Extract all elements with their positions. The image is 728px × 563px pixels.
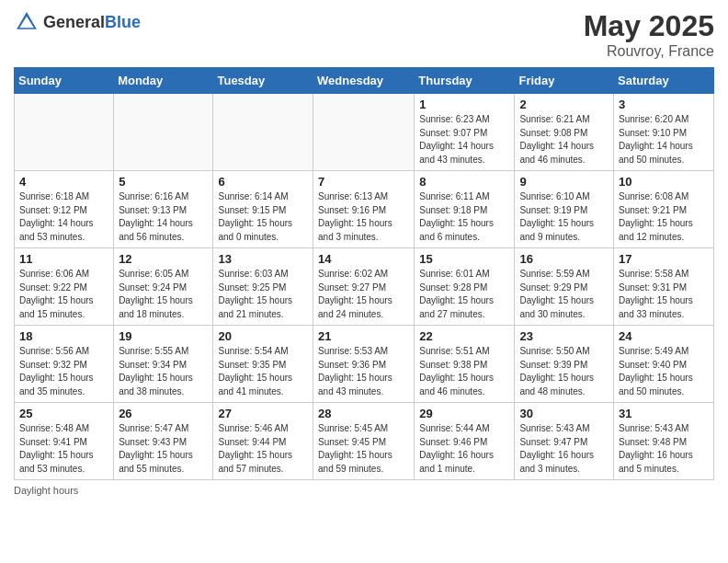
day-cell: 10Sunrise: 6:08 AMSunset: 9:21 PMDayligh… [614, 171, 714, 248]
day-number: 6 [218, 175, 308, 189]
day-info: Sunrise: 5:49 AMSunset: 9:40 PMDaylight:… [619, 345, 709, 398]
day-cell: 22Sunrise: 5:51 AMSunset: 9:38 PMDayligh… [415, 326, 515, 403]
day-number: 4 [19, 175, 108, 189]
day-number: 30 [519, 407, 609, 420]
day-info: Sunrise: 5:43 AMSunset: 9:48 PMDaylight:… [619, 422, 709, 476]
day-number: 21 [318, 329, 409, 343]
week-row-3: 11Sunrise: 6:06 AMSunset: 9:22 PMDayligh… [15, 248, 714, 326]
day-info: Sunrise: 5:53 AMSunset: 9:36 PMDaylight:… [318, 345, 409, 398]
day-cell [15, 94, 114, 171]
day-number: 3 [619, 98, 709, 111]
day-cell: 1Sunrise: 6:23 AMSunset: 9:07 PMDaylight… [415, 94, 515, 171]
calendar-body: 1Sunrise: 6:23 AMSunset: 9:07 PMDaylight… [15, 94, 714, 480]
day-cell: 29Sunrise: 5:44 AMSunset: 9:46 PMDayligh… [415, 403, 515, 480]
week-row-2: 4Sunrise: 6:18 AMSunset: 9:12 PMDaylight… [15, 171, 714, 248]
day-number: 19 [119, 329, 208, 343]
week-row-4: 18Sunrise: 5:56 AMSunset: 9:32 PMDayligh… [15, 326, 714, 403]
day-number: 17 [619, 252, 709, 266]
weekday-thursday: Thursday [415, 68, 515, 94]
day-cell: 18Sunrise: 5:56 AMSunset: 9:32 PMDayligh… [15, 326, 114, 403]
day-number: 16 [519, 252, 609, 266]
day-info: Sunrise: 5:48 AMSunset: 9:41 PMDaylight:… [19, 422, 108, 476]
day-cell: 14Sunrise: 6:02 AMSunset: 9:27 PMDayligh… [313, 248, 415, 326]
day-cell [313, 94, 415, 171]
day-cell: 13Sunrise: 6:03 AMSunset: 9:25 PMDayligh… [213, 248, 313, 326]
footer-note-text: Daylight hours [14, 485, 78, 496]
week-row-1: 1Sunrise: 6:23 AMSunset: 9:07 PMDaylight… [15, 94, 714, 171]
logo-icon [14, 9, 40, 35]
day-number: 2 [519, 98, 609, 111]
day-info: Sunrise: 5:59 AMSunset: 9:29 PMDaylight:… [519, 268, 609, 321]
day-cell: 27Sunrise: 5:46 AMSunset: 9:44 PMDayligh… [213, 403, 313, 480]
day-info: Sunrise: 6:05 AMSunset: 9:24 PMDaylight:… [119, 268, 208, 321]
day-info: Sunrise: 6:01 AMSunset: 9:28 PMDaylight:… [419, 268, 509, 321]
day-info: Sunrise: 6:13 AMSunset: 9:16 PMDaylight:… [318, 190, 409, 244]
day-cell: 7Sunrise: 6:13 AMSunset: 9:16 PMDaylight… [313, 171, 415, 248]
day-cell: 21Sunrise: 5:53 AMSunset: 9:36 PMDayligh… [313, 326, 415, 403]
day-number: 22 [419, 329, 509, 343]
day-number: 29 [419, 407, 509, 420]
day-number: 5 [119, 175, 208, 189]
day-cell: 24Sunrise: 5:49 AMSunset: 9:40 PMDayligh… [614, 326, 714, 403]
day-info: Sunrise: 5:54 AMSunset: 9:35 PMDaylight:… [218, 345, 308, 398]
day-info: Sunrise: 5:50 AMSunset: 9:39 PMDaylight:… [519, 345, 609, 398]
day-info: Sunrise: 6:18 AMSunset: 9:12 PMDaylight:… [19, 190, 108, 244]
day-info: Sunrise: 6:02 AMSunset: 9:27 PMDaylight:… [318, 268, 409, 321]
weekday-saturday: Saturday [614, 68, 714, 94]
day-info: Sunrise: 5:58 AMSunset: 9:31 PMDaylight:… [619, 268, 709, 321]
day-number: 25 [19, 407, 108, 420]
day-number: 31 [619, 407, 709, 420]
day-cell: 20Sunrise: 5:54 AMSunset: 9:35 PMDayligh… [213, 326, 313, 403]
day-cell: 17Sunrise: 5:58 AMSunset: 9:31 PMDayligh… [614, 248, 714, 326]
day-cell: 8Sunrise: 6:11 AMSunset: 9:18 PMDaylight… [415, 171, 515, 248]
logo-text-general: General [43, 13, 105, 31]
day-info: Sunrise: 6:23 AMSunset: 9:07 PMDaylight:… [419, 113, 509, 167]
day-number: 11 [19, 252, 108, 266]
day-info: Sunrise: 6:03 AMSunset: 9:25 PMDaylight:… [218, 268, 308, 321]
day-info: Sunrise: 6:20 AMSunset: 9:10 PMDaylight:… [619, 113, 709, 167]
day-info: Sunrise: 5:43 AMSunset: 9:47 PMDaylight:… [519, 422, 609, 476]
day-cell: 19Sunrise: 5:55 AMSunset: 9:34 PMDayligh… [114, 326, 213, 403]
day-cell: 28Sunrise: 5:45 AMSunset: 9:45 PMDayligh… [313, 403, 415, 480]
main-title: May 2025 [584, 9, 714, 43]
day-cell [213, 94, 313, 171]
weekday-sunday: Sunday [15, 68, 114, 94]
day-info: Sunrise: 6:06 AMSunset: 9:22 PMDaylight:… [19, 268, 108, 321]
day-info: Sunrise: 5:47 AMSunset: 9:43 PMDaylight:… [119, 422, 208, 476]
day-info: Sunrise: 6:21 AMSunset: 9:08 PMDaylight:… [519, 113, 609, 167]
title-area: May 2025 Rouvroy, France [584, 9, 714, 60]
day-number: 1 [419, 98, 509, 111]
day-cell: 25Sunrise: 5:48 AMSunset: 9:41 PMDayligh… [15, 403, 114, 480]
week-row-5: 25Sunrise: 5:48 AMSunset: 9:41 PMDayligh… [15, 403, 714, 480]
calendar: SundayMondayTuesdayWednesdayThursdayFrid… [14, 67, 714, 480]
day-number: 28 [318, 407, 409, 420]
day-cell [114, 94, 213, 171]
day-number: 26 [119, 407, 208, 420]
day-number: 12 [119, 252, 208, 266]
day-cell: 31Sunrise: 5:43 AMSunset: 9:48 PMDayligh… [614, 403, 714, 480]
day-info: Sunrise: 5:56 AMSunset: 9:32 PMDaylight:… [19, 345, 108, 398]
weekday-friday: Friday [515, 68, 614, 94]
day-info: Sunrise: 6:14 AMSunset: 9:15 PMDaylight:… [218, 190, 308, 244]
day-number: 15 [419, 252, 509, 266]
day-cell: 12Sunrise: 6:05 AMSunset: 9:24 PMDayligh… [114, 248, 213, 326]
day-number: 23 [519, 329, 609, 343]
day-cell: 11Sunrise: 6:06 AMSunset: 9:22 PMDayligh… [15, 248, 114, 326]
day-cell: 4Sunrise: 6:18 AMSunset: 9:12 PMDaylight… [15, 171, 114, 248]
day-number: 24 [619, 329, 709, 343]
day-info: Sunrise: 5:44 AMSunset: 9:46 PMDaylight:… [419, 422, 509, 476]
day-cell: 6Sunrise: 6:14 AMSunset: 9:15 PMDaylight… [213, 171, 313, 248]
day-cell: 26Sunrise: 5:47 AMSunset: 9:43 PMDayligh… [114, 403, 213, 480]
day-info: Sunrise: 6:16 AMSunset: 9:13 PMDaylight:… [119, 190, 208, 244]
day-number: 9 [519, 175, 609, 189]
weekday-tuesday: Tuesday [213, 68, 313, 94]
day-info: Sunrise: 5:46 AMSunset: 9:44 PMDaylight:… [218, 422, 308, 476]
weekday-header: SundayMondayTuesdayWednesdayThursdayFrid… [15, 68, 714, 94]
day-number: 13 [218, 252, 308, 266]
day-number: 20 [218, 329, 308, 343]
weekday-monday: Monday [114, 68, 213, 94]
day-info: Sunrise: 5:45 AMSunset: 9:45 PMDaylight:… [318, 422, 409, 476]
day-number: 14 [318, 252, 409, 266]
logo-text-blue: Blue [105, 13, 141, 31]
header: GeneralBlue May 2025 Rouvroy, France [14, 9, 714, 60]
